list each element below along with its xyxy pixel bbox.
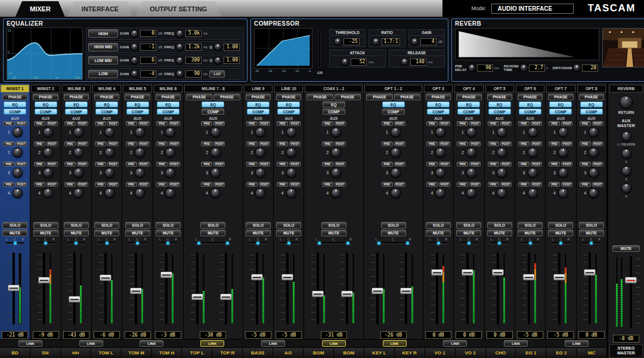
reverb-param-knob[interactable] [573, 64, 581, 72]
pan-track[interactable] [37, 242, 55, 244]
aux-send-knob[interactable] [73, 147, 83, 158]
aux-post-button[interactable]: POST [335, 141, 346, 146]
aux-send-knob[interactable] [435, 147, 445, 158]
channel-input-label[interactable]: M/LINE 4 [92, 85, 121, 92]
eq-param-knob[interactable] [131, 57, 138, 64]
channel-name[interactable]: VO 2 [456, 348, 486, 358]
eq-button[interactable]: EQ [65, 101, 88, 107]
aux-pre-button[interactable]: PRE [549, 162, 560, 166]
eq-param-knob[interactable] [176, 30, 184, 38]
pan-track[interactable] [6, 242, 24, 244]
aux-pre-button[interactable]: PRE [382, 182, 393, 187]
aux-send-knob[interactable] [391, 147, 401, 158]
aux-pre-button[interactable]: PRE [3, 182, 14, 187]
aux-post-button[interactable]: POST [47, 182, 58, 187]
fader-track[interactable] [73, 252, 76, 325]
aux-pre-button[interactable]: PRE [382, 121, 393, 126]
aux-pre-button[interactable]: PRE [488, 121, 499, 126]
aux-pre-button[interactable]: PRE [322, 182, 333, 187]
aux-post-button[interactable]: POST [138, 162, 150, 166]
aux-post-button[interactable]: POST [16, 121, 27, 126]
eq-button[interactable]: EQ [277, 101, 300, 107]
master-mute-button[interactable]: MUTE [612, 245, 640, 252]
pan-control[interactable]: LCR [274, 237, 303, 248]
eq-param-knob[interactable] [176, 57, 184, 64]
aux-send-knob[interactable] [435, 127, 445, 137]
aux-post-button[interactable]: POST [47, 141, 58, 146]
solo-button[interactable]: SOLO [125, 222, 150, 229]
aux-pre-button[interactable]: PRE [3, 121, 14, 126]
tab-mixer[interactable]: MIXER [16, 1, 65, 17]
comp-param-knob[interactable] [341, 58, 349, 66]
channel-input-label[interactable]: OPT 5 [485, 85, 514, 92]
eq-button[interactable]: EQ [457, 101, 480, 107]
link-button[interactable]: LINK [140, 340, 163, 347]
aux-pre-button[interactable]: PRE [126, 121, 137, 126]
solo-button[interactable]: SOLO [456, 222, 481, 229]
aux-post-button[interactable]: POST [469, 121, 481, 126]
aux-send-knob[interactable] [286, 147, 296, 158]
aux-pre-button[interactable]: PRE [426, 182, 438, 187]
channel-input-label[interactable]: OPT 6 [516, 85, 544, 92]
channel-input-label[interactable]: OPT 3 [424, 85, 453, 92]
pan-track[interactable] [552, 242, 569, 244]
pan-track[interactable] [129, 242, 147, 244]
channel-name[interactable]: KEY L [364, 348, 395, 358]
comp-button[interactable]: COMP [157, 109, 179, 115]
solo-button[interactable]: SOLO [64, 222, 89, 229]
channel-name[interactable]: KEY R [395, 348, 425, 358]
aux-post-button[interactable]: POST [561, 182, 572, 187]
mute-button[interactable]: MUTE [156, 230, 181, 236]
aux-pre-button[interactable]: PRE [3, 162, 14, 166]
aux-send-knob[interactable] [43, 188, 53, 198]
link-button[interactable]: LINK [565, 340, 589, 347]
aux-master-knob[interactable] [621, 183, 631, 193]
aux-post-button[interactable]: POST [500, 162, 512, 166]
aux-pre-button[interactable]: PRE [580, 141, 591, 146]
aux-post-button[interactable]: POST [16, 141, 27, 146]
aux-post-button[interactable]: POST [592, 121, 603, 126]
channel-name[interactable]: SN [30, 348, 61, 358]
aux-pre-button[interactable]: PRE [580, 121, 591, 126]
fader-track[interactable] [466, 252, 469, 325]
aux-post-button[interactable]: POST [469, 182, 481, 187]
pan-track[interactable] [376, 242, 411, 244]
aux-pre-button[interactable]: PRE [201, 141, 212, 146]
eq-param-knob[interactable] [131, 43, 138, 51]
aux-send-knob[interactable] [589, 188, 599, 198]
aux-send-knob[interactable] [210, 168, 221, 178]
aux-pre-button[interactable]: PRE [549, 182, 560, 187]
solo-button[interactable]: SOLO [321, 222, 346, 229]
aux-send-knob[interactable] [286, 127, 296, 137]
aux-send-knob[interactable] [135, 188, 145, 198]
aux-send-knob[interactable] [286, 188, 296, 198]
eq-button[interactable]: EQ [488, 101, 511, 107]
aux-post-button[interactable]: POST [213, 121, 225, 126]
aux-pre-button[interactable]: PRE [426, 121, 438, 126]
aux-send-knob[interactable] [13, 188, 23, 198]
mute-button[interactable]: MUTE [456, 230, 481, 236]
link-button[interactable]: LINK [261, 340, 285, 347]
eq-band-button[interactable]: LOW MID [88, 56, 118, 64]
aux-send-knob[interactable] [435, 188, 445, 198]
channel-name[interactable]: TOP R [212, 348, 243, 358]
aux-send-knob[interactable] [466, 127, 476, 137]
aux-send-knob[interactable] [589, 147, 599, 158]
aux-send-knob[interactable] [528, 168, 538, 178]
aux-send-knob[interactable] [135, 168, 145, 178]
fader-track[interactable] [225, 252, 227, 325]
aux-send-knob[interactable] [104, 188, 114, 198]
link-button[interactable]: LINK [443, 340, 467, 347]
aux-send-knob[interactable] [13, 168, 23, 178]
aux-send-knob[interactable] [589, 168, 599, 178]
comp-param-knob[interactable] [411, 38, 419, 45]
aux-post-button[interactable]: POST [469, 162, 481, 166]
phase-button[interactable]: PHASE [487, 94, 512, 100]
aux-post-button[interactable]: POST [469, 141, 481, 146]
channel-name[interactable]: BGM [334, 348, 364, 358]
pan-control[interactable]: LCR [364, 237, 422, 248]
aux-send-knob[interactable] [43, 147, 53, 158]
fader-track[interactable] [165, 252, 168, 325]
solo-button[interactable]: SOLO [246, 222, 271, 229]
aux-post-button[interactable]: POST [500, 182, 512, 187]
